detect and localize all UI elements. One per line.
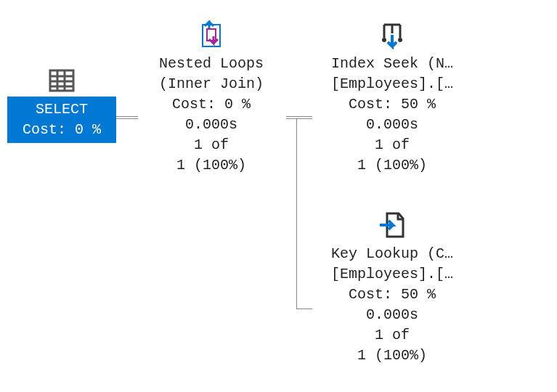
keylookup-rows1: 1 of	[312, 325, 472, 346]
index-seek-icon	[375, 20, 409, 49]
table-icon	[49, 69, 75, 92]
key-lookup-node[interactable]: Key Lookup (C… [Employees].[… Cost: 50 %…	[312, 211, 472, 366]
svg-point-12	[398, 38, 402, 42]
keylookup-object: [Employees].[…	[312, 264, 472, 285]
index-seek-node[interactable]: Index Seek (N… [Employees].[… Cost: 50 %…	[312, 20, 472, 176]
key-lookup-icon	[375, 211, 409, 240]
indexseek-rows1: 1 of	[312, 135, 472, 155]
connector-select-nested-2	[116, 118, 138, 119]
nested-time: 0.000s	[138, 115, 285, 135]
select-header: SELECT Cost: 0 %	[7, 97, 116, 143]
indexseek-title: Index Seek (N…	[312, 54, 472, 74]
indexseek-object: [Employees].[…	[312, 74, 472, 94]
indexseek-time: 0.000s	[312, 115, 472, 135]
connector-select-nested	[116, 116, 138, 117]
keylookup-rows2: 1 (100%)	[312, 346, 472, 366]
svg-rect-6	[203, 25, 220, 46]
keylookup-time: 0.000s	[312, 305, 472, 325]
nested-loops-icon	[195, 20, 228, 49]
keylookup-cost: Cost: 50 %	[312, 285, 472, 305]
nested-rows1: 1 of	[138, 135, 285, 155]
connector-nested-indexseek-h	[286, 116, 312, 117]
svg-point-11	[382, 38, 386, 42]
select-node[interactable]: SELECT Cost: 0 %	[7, 69, 116, 143]
select-cost: Cost: 0 %	[8, 120, 115, 140]
nested-rows2: 1 (100%)	[138, 155, 285, 176]
indexseek-cost: Cost: 50 %	[312, 94, 472, 115]
select-label: SELECT	[8, 99, 115, 120]
nested-subtitle: (Inner Join)	[138, 74, 285, 94]
connector-nested-keylookup-v	[296, 118, 297, 309]
nested-loops-node[interactable]: Nested Loops (Inner Join) Cost: 0 % 0.00…	[138, 20, 285, 176]
connector-nested-indexseek-h2	[286, 118, 312, 119]
nested-title: Nested Loops	[138, 54, 285, 74]
keylookup-title: Key Lookup (C…	[312, 244, 472, 264]
indexseek-rows2: 1 (100%)	[312, 155, 472, 176]
nested-cost: Cost: 0 %	[138, 94, 285, 115]
connector-nested-keylookup-h	[296, 309, 312, 309]
